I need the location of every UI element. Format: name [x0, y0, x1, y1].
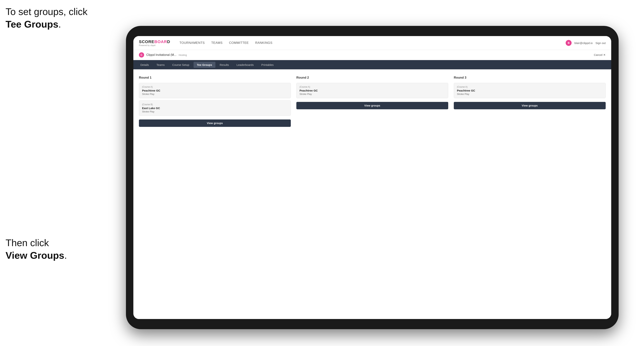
tab-details[interactable]: Details [137, 62, 152, 68]
round-1-title: Round 1 [139, 76, 291, 80]
top-navbar: SCOREBOARD Powered by clippit TOURNAMENT… [133, 36, 611, 50]
cancel-button[interactable]: Cancel ✕ [594, 53, 606, 57]
sign-out-link[interactable]: Sign out [596, 41, 606, 45]
main-content: Round 1 (Course A) Peachtree GC Stroke P… [133, 69, 611, 319]
hosting-badge: Hosting [179, 54, 187, 56]
round-1-column: Round 1 (Course A) Peachtree GC Stroke P… [139, 76, 291, 127]
tablet-device: SCOREBOARD Powered by clippit TOURNAMENT… [126, 26, 619, 329]
sub-header: C Clippd Invitational (M... Hosting Canc… [133, 50, 611, 60]
round-2-course-a-card: (Course A) Peachtree GC Stroke Play [296, 83, 448, 98]
nav-tournaments[interactable]: TOURNAMENTS [180, 41, 205, 45]
instruction-bottom: Then click View Groups. [6, 237, 67, 262]
round-2-column: Round 2 (Course A) Peachtree GC Stroke P… [296, 76, 448, 127]
round-2-course-a-format: Stroke Play [300, 93, 445, 95]
tab-leaderboards[interactable]: Leaderboards [233, 62, 257, 68]
tab-results[interactable]: Results [216, 62, 232, 68]
instruction-line1: To set groups, click [6, 6, 88, 17]
logo-text: SCOREBOARD [139, 39, 170, 44]
round-1-course-a-name: Peachtree GC [142, 89, 288, 92]
tab-course-setup[interactable]: Course Setup [169, 62, 193, 68]
nav-teams[interactable]: TEAMS [211, 41, 222, 45]
instruction-bottom-line1: Then click [6, 237, 49, 248]
round-3-course-a-name: Peachtree GC [457, 89, 602, 92]
instruction-period-bottom: . [64, 250, 67, 261]
round-1-course-a-label: (Course A) [142, 86, 288, 88]
round-3-view-groups-button[interactable]: View groups [454, 102, 606, 109]
tab-teams[interactable]: Teams [153, 62, 168, 68]
round-1-course-b-name: East Lake GC [142, 107, 288, 110]
round-1-course-b-label: (Course B) [142, 103, 288, 106]
tournament-name: Clippd Invitational (M... [146, 53, 176, 57]
tablet-screen: SCOREBOARD Powered by clippit TOURNAMENT… [133, 36, 611, 319]
instruction-bottom-line2-bold: View Groups [6, 250, 64, 261]
instruction-top: To set groups, click Tee Groups. [6, 5, 88, 30]
round-3-course-a-card: (Course A) Peachtree GC Stroke Play [454, 83, 606, 98]
round-3-column: Round 3 (Course A) Peachtree GC Stroke P… [454, 76, 606, 127]
round-1-course-a-format: Stroke Play [142, 93, 288, 95]
tournament-info: C Clippd Invitational (M... Hosting [139, 52, 187, 57]
round-3-course-a-format: Stroke Play [457, 93, 602, 95]
user-avatar: B [566, 40, 572, 46]
instruction-period-top: . [58, 19, 61, 30]
nav-links: TOURNAMENTS TEAMS COMMITTEE RANKINGS [180, 41, 566, 45]
tab-tee-groups[interactable]: Tee Groups [194, 62, 216, 68]
nav-right: B blair@clippd.io Sign out [566, 40, 606, 46]
round-1-course-b-card: (Course B) East Lake GC Stroke Play [139, 100, 291, 116]
round-1-course-a-card: (Course A) Peachtree GC Stroke Play [139, 83, 291, 98]
round-2-title: Round 2 [296, 76, 448, 80]
nav-committee[interactable]: COMMITTEE [229, 41, 249, 45]
tab-printables[interactable]: Printables [258, 62, 277, 68]
user-email: blair@clippd.io [574, 41, 593, 45]
tab-navigation: Details Teams Course Setup Tee Groups Re… [133, 60, 611, 69]
round-3-course-a-label: (Course A) [457, 86, 602, 88]
rounds-container: Round 1 (Course A) Peachtree GC Stroke P… [139, 76, 606, 127]
round-3-title: Round 3 [454, 76, 606, 80]
tournament-logo: C [139, 52, 144, 57]
round-2-course-a-name: Peachtree GC [300, 89, 445, 92]
round-1-course-b-format: Stroke Play [142, 110, 288, 113]
logo-sub: Powered by clippit [139, 44, 170, 46]
logo-area: SCOREBOARD Powered by clippit [139, 39, 170, 46]
round-2-view-groups-button[interactable]: View groups [296, 102, 448, 109]
nav-rankings[interactable]: RANKINGS [255, 41, 272, 45]
round-1-view-groups-button[interactable]: View groups [139, 120, 291, 127]
round-2-course-a-label: (Course A) [300, 86, 445, 88]
instruction-line2-bold: Tee Groups [6, 19, 58, 30]
